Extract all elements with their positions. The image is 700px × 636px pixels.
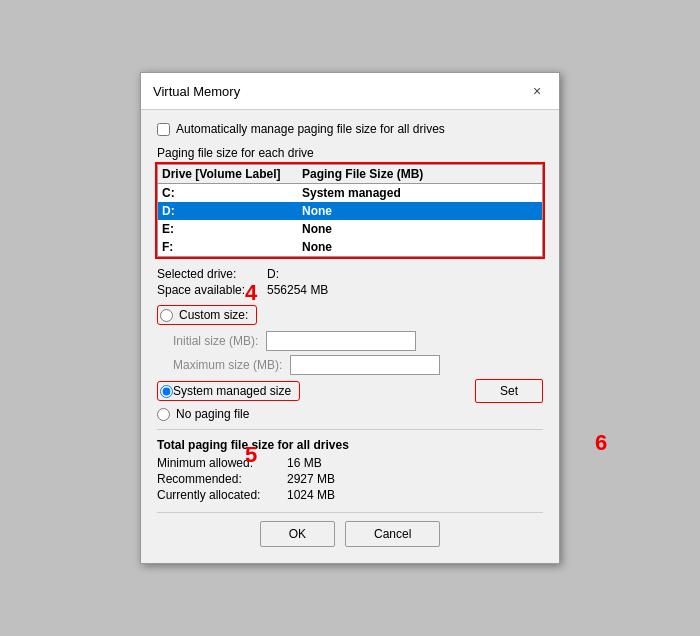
ok-button[interactable]: OK — [260, 521, 335, 547]
drive-label: E: — [162, 222, 302, 236]
drive-size: None — [302, 240, 538, 254]
system-managed-outline: System managed size — [157, 381, 300, 401]
total-row: Currently allocated: 1024 MB — [157, 488, 543, 502]
system-managed-row: System managed size — [157, 381, 300, 401]
initial-size-input[interactable] — [266, 331, 416, 351]
custom-size-label: Custom size: — [179, 308, 248, 322]
total-section-label: Total paging file size for all drives — [157, 438, 543, 452]
annotation-6: 6 — [595, 430, 607, 456]
radio-section: Custom size: Initial size (MB): Maximum … — [157, 305, 543, 375]
initial-size-label: Initial size (MB): — [173, 334, 258, 348]
table-row[interactable]: E: None — [158, 220, 542, 238]
set-button[interactable]: Set — [475, 379, 543, 403]
drive-size: System managed — [302, 186, 538, 200]
table-row[interactable]: C: System managed — [158, 184, 542, 202]
drive-label: D: — [162, 204, 302, 218]
auto-manage-checkbox[interactable] — [157, 123, 170, 136]
total-section: Total paging file size for all drives Mi… — [157, 438, 543, 502]
selected-drive-info: Selected drive: D: Space available: 5562… — [157, 267, 543, 297]
custom-size-radio[interactable] — [160, 309, 173, 322]
selected-drive-value: D: — [267, 267, 279, 281]
drives-table: Drive [Volume Label] Paging File Size (M… — [157, 164, 543, 257]
no-paging-row: No paging file — [157, 407, 543, 421]
auto-manage-row: Automatically manage paging file size fo… — [157, 122, 543, 136]
min-allowed-value: 16 MB — [287, 456, 322, 470]
selected-drive-row: Selected drive: D: — [157, 267, 543, 281]
system-managed-radio[interactable] — [160, 385, 173, 398]
divider — [157, 429, 543, 430]
annotation-5: 5 — [245, 442, 257, 468]
drive-label: F: — [162, 240, 302, 254]
dialog-title: Virtual Memory — [153, 84, 240, 99]
recommended-label: Recommended: — [157, 472, 287, 486]
cancel-button[interactable]: Cancel — [345, 521, 440, 547]
recommended-value: 2927 MB — [287, 472, 335, 486]
dialog-body: Automatically manage paging file size fo… — [141, 110, 559, 563]
auto-manage-label: Automatically manage paging file size fo… — [176, 122, 445, 136]
space-available-row: Space available: 556254 MB — [157, 283, 543, 297]
table-row[interactable]: D: None — [158, 202, 542, 220]
drive-label: C: — [162, 186, 302, 200]
virtual-memory-dialog: Virtual Memory × Automatically manage pa… — [140, 72, 560, 564]
max-size-label: Maximum size (MB): — [173, 358, 282, 372]
action-row: OK Cancel — [157, 512, 543, 551]
custom-size-row: Custom size: — [157, 305, 543, 325]
no-paging-radio[interactable] — [157, 408, 170, 421]
drives-header: Drive [Volume Label] Paging File Size (M… — [158, 165, 542, 184]
drive-size: None — [302, 222, 538, 236]
custom-size-outline: Custom size: — [157, 305, 257, 325]
max-size-input[interactable] — [290, 355, 440, 375]
col-drive-header: Drive [Volume Label] — [162, 167, 302, 181]
currently-allocated-label: Currently allocated: — [157, 488, 287, 502]
space-value: 556254 MB — [267, 283, 328, 297]
paging-section-label: Paging file size for each drive — [157, 146, 543, 160]
col-size-header: Paging File Size (MB) — [302, 167, 538, 181]
close-button[interactable]: × — [527, 81, 547, 101]
total-row: Minimum allowed: 16 MB — [157, 456, 543, 470]
total-row: Recommended: 2927 MB — [157, 472, 543, 486]
currently-allocated-value: 1024 MB — [287, 488, 335, 502]
initial-size-row: Initial size (MB): — [173, 331, 543, 351]
selected-drive-label: Selected drive: — [157, 267, 267, 281]
annotation-4: 4 — [245, 280, 257, 306]
drive-size: None — [302, 204, 538, 218]
title-bar: Virtual Memory × — [141, 73, 559, 110]
table-row[interactable]: F: None — [158, 238, 542, 256]
system-managed-label: System managed size — [173, 384, 291, 398]
no-paging-label: No paging file — [176, 407, 249, 421]
max-size-row: Maximum size (MB): — [173, 355, 543, 375]
min-allowed-label: Minimum allowed: — [157, 456, 287, 470]
